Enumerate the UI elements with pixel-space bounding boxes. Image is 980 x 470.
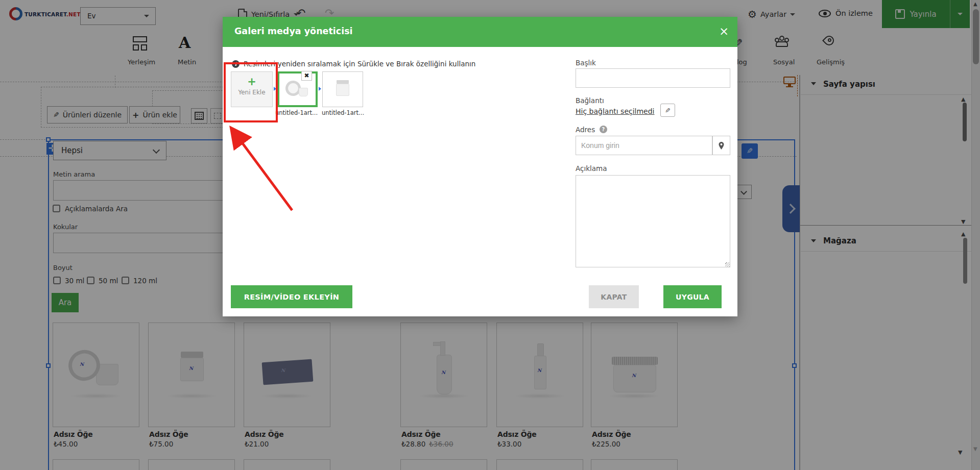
location-pin-button[interactable] (712, 136, 730, 155)
modal-close-button[interactable]: KAPAT (589, 285, 639, 308)
close-icon[interactable]: × (719, 24, 729, 38)
address-field-label: Adres (576, 126, 595, 134)
textarea-resize-handle[interactable] (725, 262, 730, 267)
thumbnail-caption: untitled-1art... (275, 109, 319, 116)
remove-image-button[interactable]: ✖ (301, 71, 312, 81)
title-input[interactable] (576, 68, 730, 88)
location-pin-icon (718, 141, 725, 150)
link-value[interactable]: Hiç bağlantı seçilmedi (576, 107, 655, 115)
help-icon[interactable]: ? (600, 126, 607, 133)
annotation-highlight-box (224, 62, 278, 122)
description-textarea[interactable] (576, 175, 730, 267)
modal-apply-button[interactable]: UYGULA (663, 285, 722, 308)
title-field-label: Başlık (576, 59, 596, 67)
link-field-label: Bağlantı (576, 96, 604, 105)
address-input[interactable] (576, 136, 712, 155)
info-text: Resimleri yeniden sıralamak için Sürükle… (244, 60, 475, 68)
thumbnail-caption: untitled-1art... (322, 109, 366, 116)
drag-marker-icon (319, 87, 321, 91)
jar-image (323, 72, 363, 107)
annotation-arrow (220, 117, 301, 217)
add-media-button[interactable]: RESİM/VİDEO EKLEYİN (231, 285, 352, 308)
description-field-label: Açıklama (576, 164, 607, 172)
modal-title: Galeri medya yöneticisi (234, 26, 353, 36)
edit-link-button[interactable] (660, 104, 675, 117)
media-thumbnail[interactable] (322, 71, 363, 107)
